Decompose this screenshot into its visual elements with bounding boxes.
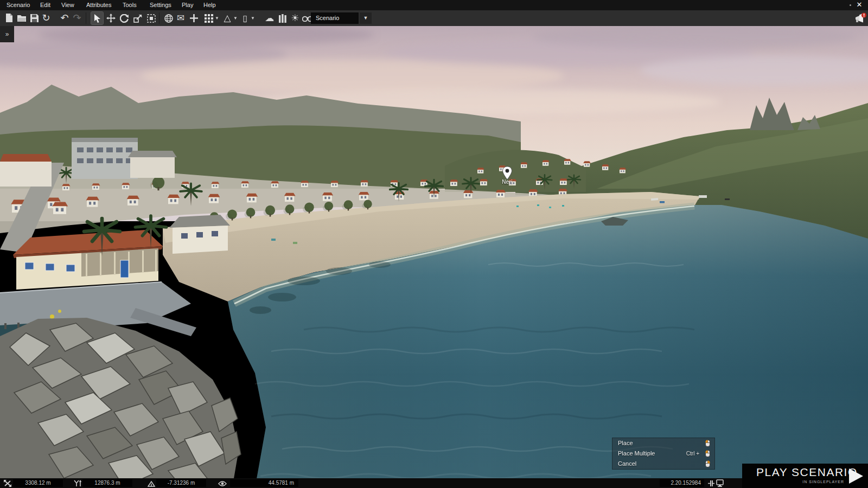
globe-icon (164, 14, 173, 23)
location-pin-icon (502, 166, 513, 180)
version-value: 2.20.152984 (660, 479, 704, 487)
world-globe-button[interactable] (163, 12, 175, 24)
time-of-day-button[interactable] (277, 12, 289, 24)
grid-dots-icon (205, 14, 213, 23)
play-scenario-label: PLAY SCENARIO (756, 466, 858, 479)
menu-play[interactable]: Play (182, 0, 193, 10)
lighting-button[interactable]: ☀ (289, 12, 301, 24)
reload-icon[interactable]: ↻ (40, 12, 52, 24)
envelope-icon[interactable]: ✉ (175, 12, 187, 24)
menu-scenario[interactable]: Scenario (7, 0, 30, 10)
select-tool-button[interactable] (91, 12, 103, 24)
add-marker-button[interactable] (188, 12, 200, 24)
open-scenario-button[interactable] (16, 12, 28, 24)
rotate-icon (120, 14, 129, 23)
menu-dot (850, 4, 851, 6)
monitor-icon (716, 479, 724, 488)
fps-meter-icon (707, 479, 715, 488)
move-arrows-icon (106, 14, 116, 23)
breakwater-rocks (0, 318, 241, 488)
surface-snap-dropdown-arrow[interactable]: ▼ (232, 12, 239, 24)
y-coordinate-value: 12876.3 m (82, 479, 132, 487)
eden-editor-window: Neri » Scenario Edit View Attributes Too… (0, 0, 868, 488)
toolbar: ↻ ↶ ↷ ✉ ▼ △ ▼ ▯ ▼ (0, 10, 868, 26)
y-coordinate-icon (74, 479, 81, 488)
camera-height-value: 44.5781 m (230, 479, 298, 487)
redo-button[interactable]: ↷ (71, 12, 83, 24)
mouse-left-click-icon (705, 450, 710, 457)
camera-height-eye-icon (218, 479, 227, 488)
x-coordinate-icon (4, 479, 11, 488)
marker-label: Neri (500, 179, 515, 185)
close-window-button[interactable]: ✕ (854, 0, 865, 10)
menu-bar: Scenario Edit View Attributes Tools Sett… (0, 0, 868, 10)
area-select-icon (147, 14, 156, 23)
surface-snap-button[interactable]: △ (221, 12, 233, 24)
left-panel-expander[interactable]: » (0, 26, 14, 42)
save-scenario-button[interactable] (28, 12, 40, 24)
notifications-button[interactable] (854, 12, 867, 24)
open-folder-icon (17, 14, 27, 22)
area-select-tool-button[interactable] (145, 12, 157, 24)
x-coordinate-value: 3308.12 m (13, 479, 63, 487)
map-marker-neri[interactable]: Neri (500, 166, 515, 185)
new-scenario-button[interactable] (3, 12, 15, 24)
play-scenario-panel[interactable]: PLAY SCENARIO IN SINGLEPLAYER (742, 464, 868, 488)
grid-snap-dropdown-arrow[interactable]: ▼ (214, 12, 220, 24)
shortcut-label: Ctrl + (686, 448, 699, 459)
translate-tool-button[interactable] (105, 12, 117, 24)
menu-tools[interactable]: Tools (123, 0, 137, 10)
scale-tool-button[interactable] (132, 12, 144, 24)
play-triangle-icon (848, 468, 864, 484)
altitude-value: -7.31236 m (156, 479, 206, 487)
context-item-label: Cancel (618, 460, 636, 467)
edit-mode-select[interactable]: Scenario (311, 12, 359, 24)
context-item-label: Place Multiple (618, 450, 655, 457)
cursor-icon (94, 14, 101, 23)
context-menu-item-place[interactable]: Place (612, 438, 714, 448)
context-menu: Place Place Multiple Ctrl + Cancel (612, 438, 715, 470)
viewport-3d[interactable]: Neri (0, 26, 868, 488)
play-mode-label: IN SINGLEPLAYER (742, 480, 844, 484)
boat (660, 201, 665, 203)
mouse-left-click-icon (705, 440, 710, 447)
boat (699, 195, 707, 198)
toolbar-separator (159, 12, 159, 24)
save-floppy-icon (30, 14, 39, 22)
menu-edit[interactable]: Edit (40, 0, 50, 10)
vertical-mode-dropdown-arrow[interactable]: ▼ (250, 12, 256, 24)
rotate-tool-button[interactable] (118, 12, 130, 24)
menu-settings[interactable]: Settings (150, 0, 171, 10)
boat (725, 198, 730, 200)
scene-coastal-town (0, 26, 868, 488)
context-menu-item-cancel[interactable]: Cancel (612, 459, 714, 469)
altitude-icon (148, 479, 155, 488)
status-bar: 3308.12 m 12876.3 m -7.31236 m 44.5781 m… (0, 478, 868, 488)
undo-button[interactable]: ↶ (59, 12, 71, 24)
grid-snap-button[interactable] (203, 12, 215, 24)
new-file-icon (5, 14, 13, 23)
weather-button[interactable]: ☁ (264, 12, 276, 24)
menu-view[interactable]: View (61, 0, 74, 10)
plus-icon (190, 14, 198, 22)
context-item-label: Place (618, 440, 633, 446)
context-menu-item-place-multiple[interactable]: Place Multiple Ctrl + (612, 448, 714, 459)
menu-help[interactable]: Help (203, 0, 216, 10)
menu-attributes[interactable]: Attributes (86, 0, 111, 10)
megaphone-icon (854, 12, 867, 24)
columns-icon (279, 14, 286, 23)
mouse-right-click-icon (705, 460, 710, 467)
scale-icon (133, 14, 142, 23)
toolbar-separator (86, 12, 86, 24)
edit-mode-dropdown-arrow[interactable]: ▼ (360, 12, 372, 24)
